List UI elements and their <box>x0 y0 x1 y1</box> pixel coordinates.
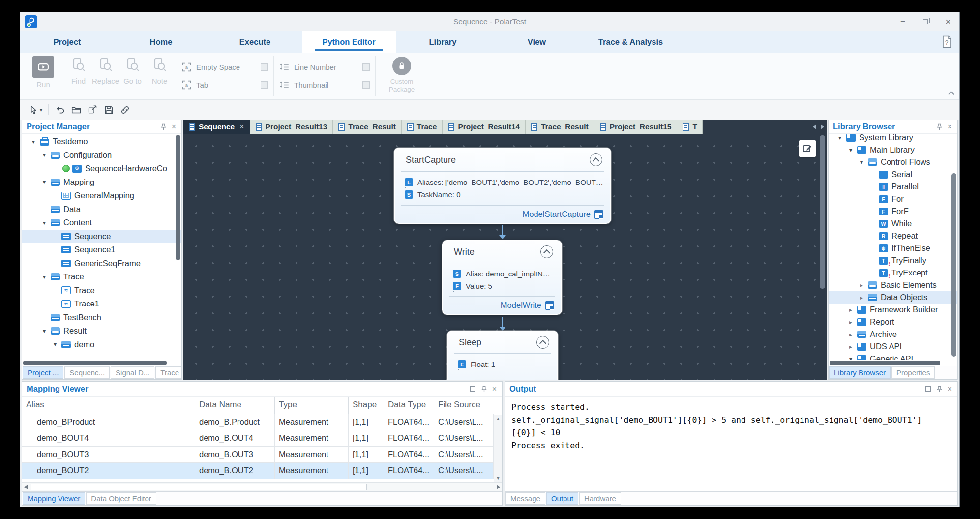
ribbon-tab[interactable]: Project <box>20 31 114 53</box>
close-panel-icon[interactable]: × <box>948 385 952 394</box>
tree-item[interactable]: demo <box>22 338 181 352</box>
ribbon-edit-button[interactable]: Go to <box>119 53 146 99</box>
close-panel-icon[interactable]: × <box>172 122 176 131</box>
ribbon-tab[interactable]: Library <box>396 31 490 53</box>
vertical-scrollbar[interactable] <box>176 135 181 359</box>
panel-tab[interactable]: Output <box>546 492 578 505</box>
editor-tab[interactable]: Sequence × <box>183 120 250 134</box>
edit-note-button[interactable] <box>799 140 816 157</box>
save-icon[interactable] <box>102 103 115 116</box>
tree-expander-icon[interactable] <box>855 294 868 301</box>
pointer-dropdown-icon[interactable]: ▾ <box>40 107 42 113</box>
tree-item[interactable]: Data <box>22 203 181 216</box>
tree-item[interactable]: Testdemo <box>22 135 181 149</box>
library-tree-item[interactable]: F For <box>829 193 957 205</box>
tree-expander-icon[interactable] <box>49 341 61 348</box>
table-column-header[interactable]: Data Name <box>195 397 275 414</box>
tree-item[interactable]: Configuration <box>22 149 181 162</box>
toggle-checkbox[interactable] <box>261 81 268 89</box>
table-column-header[interactable]: Data Type <box>384 397 434 414</box>
panel-tab[interactable]: Library Browser <box>829 366 891 379</box>
tree-expander-icon[interactable] <box>38 328 51 335</box>
library-tree-item[interactable]: Data Objects <box>829 291 957 304</box>
panel-tab[interactable]: Trace Si... <box>155 366 182 379</box>
tree-expander-icon[interactable] <box>38 152 51 158</box>
flow-node-write[interactable]: Write S Alias: demo_cal_implIN_01_Value … <box>442 240 562 315</box>
library-tree-item[interactable]: Framework Builder <box>829 304 957 316</box>
pin-icon[interactable] <box>937 123 942 130</box>
custom-package-button[interactable] <box>392 57 411 75</box>
open-folder-icon[interactable] <box>70 103 83 116</box>
ribbon-edit-button[interactable]: Note <box>146 53 173 99</box>
toggle-checkbox[interactable] <box>261 63 268 71</box>
ribbon-edit-button[interactable]: Replace <box>92 53 119 99</box>
ribbon-tab[interactable]: View <box>490 31 584 53</box>
editor-tab[interactable]: Trace × <box>402 120 443 134</box>
collapse-node-icon[interactable] <box>540 245 553 258</box>
table-row[interactable]: demo_BOUT4 demo_B.OUT4 Measurement [1,1]… <box>22 430 494 447</box>
tree-expander-icon[interactable] <box>855 159 868 166</box>
collapse-ribbon-icon[interactable] <box>949 91 953 95</box>
horizontal-scrollbar[interactable] <box>22 360 181 366</box>
panel-tab[interactable]: Message <box>505 492 545 505</box>
horizontal-scrollbar[interactable] <box>829 360 957 366</box>
export-icon[interactable] <box>86 103 99 116</box>
tree-item[interactable]: Mapping <box>22 176 181 189</box>
library-tree-item[interactable]: T TryFinally <box>829 254 957 267</box>
tree-expander-icon[interactable] <box>38 219 51 226</box>
close-tab-icon[interactable]: × <box>239 122 244 131</box>
flow-node-startcapture[interactable]: StartCapture L Aliases: ['demo_BOUT1','d… <box>394 148 611 224</box>
flow-node-sleep[interactable]: Sleep F Float: 1 <box>447 331 558 380</box>
table-row[interactable]: demo_BProduct demo_B.Product Measurement… <box>22 414 494 430</box>
library-tree-item[interactable]: Basic Elements <box>829 279 957 291</box>
maximize-panel-icon[interactable] <box>925 386 931 392</box>
table-column-header[interactable]: File Source <box>434 397 502 414</box>
pin-icon[interactable] <box>481 386 487 393</box>
panel-tab[interactable]: Properties <box>891 366 935 379</box>
library-tree-item[interactable]: Archive <box>829 328 957 340</box>
pin-icon[interactable] <box>937 386 942 393</box>
tree-item[interactable]: Sequence1 <box>22 243 181 257</box>
tree-item[interactable]: Result <box>22 324 181 338</box>
ribbon-tab[interactable]: Trace & Analysis <box>584 31 678 53</box>
scroll-up-icon[interactable]: ▲ <box>496 416 501 421</box>
undo-icon[interactable] <box>54 103 66 116</box>
library-tree-item[interactable]: ‖ Parallel <box>829 181 957 193</box>
flow-canvas[interactable]: StartCapture L Aliases: ['demo_BOUT1','d… <box>183 134 827 380</box>
editor-tab[interactable]: Project_Result14 × <box>443 120 526 134</box>
close-panel-icon[interactable]: × <box>948 122 952 131</box>
tree-item[interactable]: GenericSeqFrame <box>22 257 181 271</box>
tree-expander-icon[interactable] <box>844 147 857 153</box>
collapse-node-icon[interactable] <box>590 153 602 166</box>
ribbon-edit-button[interactable]: Find <box>65 53 92 99</box>
tree-item[interactable]: Trace <box>22 284 181 298</box>
pin-icon[interactable] <box>161 123 166 130</box>
close-panel-icon[interactable]: × <box>492 385 497 394</box>
help-document-icon[interactable]: ? <box>942 35 952 48</box>
panel-tab[interactable]: Sequenc... <box>64 366 110 379</box>
editor-tab[interactable]: T × <box>677 120 703 134</box>
library-tree-item[interactable]: Report <box>829 316 957 328</box>
table-row[interactable]: demo_BOUT2 demo_B.OUT2 Measurement [1,1]… <box>22 463 494 479</box>
tab-scroll-right-icon[interactable] <box>821 124 824 129</box>
table-row[interactable]: demo_BOUT3 demo_B.OUT3 Measurement [1,1]… <box>22 447 494 463</box>
tree-expander-icon[interactable] <box>844 331 857 338</box>
library-tree-item[interactable]: R Repeat <box>829 230 957 242</box>
library-tree-item[interactable]: Main Library <box>829 144 957 156</box>
ribbon-tab[interactable]: Execute <box>208 31 302 53</box>
tree-expander-icon[interactable] <box>833 134 846 141</box>
ribbon-tab[interactable]: Home <box>114 31 208 53</box>
tree-item[interactable]: SequenceHardwareCo <box>22 162 181 176</box>
canvas-vertical-scrollbar[interactable] <box>820 135 825 289</box>
editor-tab[interactable]: Trace_Result × <box>333 120 402 134</box>
tree-expander-icon[interactable] <box>38 179 51 185</box>
library-tree-item[interactable]: System Library <box>829 134 957 144</box>
table-horizontal-scrollbar[interactable] <box>22 482 502 491</box>
tree-expander-icon[interactable] <box>844 356 857 361</box>
table-vertical-scrollbar[interactable]: ▲ ▼ <box>494 415 502 482</box>
tree-expander-icon[interactable] <box>38 274 51 280</box>
library-tree-item[interactable]: T TryExcept <box>829 267 957 279</box>
panel-tab[interactable]: Hardware <box>579 492 621 505</box>
toggle-checkbox[interactable] <box>362 81 370 89</box>
panel-tab[interactable]: Signal D... <box>111 366 154 379</box>
